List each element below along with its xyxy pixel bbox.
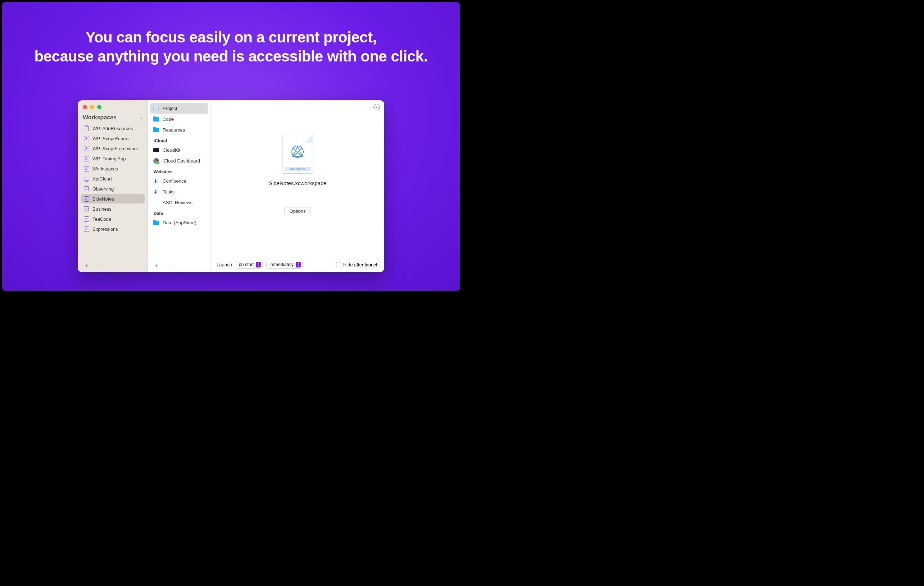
file-band-label: WORKSPACE [285, 167, 310, 171]
fullscreen-window-button[interactable] [97, 105, 101, 109]
chart-icon [84, 186, 89, 192]
sidebar-item[interactable]: ASideNotes [81, 194, 145, 204]
sidebar-item[interactable]: AWP: ScriptRunner [81, 134, 145, 143]
middle-item[interactable]: Confluence [150, 176, 208, 186]
apple-icon [153, 199, 159, 206]
launch-delay-value: immediately [269, 262, 294, 267]
middle-item[interactable]: ASC: Reviews [150, 198, 208, 208]
middle-item[interactable]: Code [150, 114, 208, 124]
sidebar-item[interactable]: AExpressions [81, 224, 145, 234]
middle-item-label: iCloud Dashboard [163, 158, 200, 164]
more-menu-button[interactable]: ••• [373, 104, 380, 110]
a-box-icon: A [84, 166, 89, 171]
middle-item-label: Resources [163, 127, 185, 133]
middle-item[interactable]: CloudKit [150, 145, 208, 155]
remove-item-button[interactable]: － [166, 263, 172, 268]
sidebar-item-label: TeaCode [92, 216, 111, 222]
sidebar-item-label: WP: AddResources [92, 126, 133, 131]
sidebar-item[interactable]: AWP: ScriptFramework [81, 144, 145, 153]
sidebar-item[interactable]: AptCloud [81, 174, 145, 183]
sidebar-item[interactable]: ATeaCode [81, 214, 145, 224]
window-controls [78, 100, 147, 109]
middle-item-label: CloudKit [163, 147, 180, 153]
page-fold-icon [305, 135, 313, 143]
middle-item[interactable]: iCloud Dashboard [150, 156, 208, 166]
sidebar-item-label: Observing [92, 186, 114, 192]
sidebar-item-label: SideNotes [92, 196, 114, 202]
app-window: Workspaces ⌄ WP: AddResourcesAWP: Script… [78, 100, 384, 272]
sidebar-item-label: AptCloud [92, 176, 112, 181]
middle-section-header: iCloud [150, 135, 208, 145]
sidebar-item-label: Expressions [92, 227, 118, 232]
launch-delay-select[interactable]: immediately ▴▾ [266, 261, 303, 268]
minimize-window-button[interactable] [90, 105, 94, 109]
remove-workspace-button[interactable]: － [96, 263, 101, 268]
middle-list: ProjectCodeResourcesiCloudCloudKitiCloud… [148, 100, 211, 259]
black-rect-icon [153, 147, 159, 153]
sidebar-item-label: WP: Timing App [92, 156, 125, 161]
gear-badge-icon [153, 158, 159, 164]
middle-item[interactable]: Data (AppStore) [150, 217, 208, 228]
middle-item[interactable]: Resources [150, 125, 208, 135]
middle-footer: ＋ － [148, 259, 211, 272]
folder-icon [153, 127, 159, 133]
middle-item[interactable]: Tasks [150, 187, 208, 197]
detail-panel: ••• WORKSPACE SideNotes.xcworks [211, 100, 384, 272]
a-box-icon: A [84, 226, 89, 232]
workspace-file-icon: WORKSPACE [282, 135, 313, 174]
a-box-icon: A [84, 216, 89, 222]
middle-item-label: Project [163, 106, 177, 111]
a-box-icon: A [84, 196, 89, 202]
sidebar-item[interactable]: Observing [81, 184, 145, 193]
sidebar: Workspaces ⌄ WP: AddResourcesAWP: Script… [78, 100, 148, 272]
sidebar-item[interactable]: AWorkspaces [81, 164, 145, 173]
selected-filename: SideNotes.xcworkspace [269, 180, 326, 186]
hide-after-launch-label: Hide after launch [343, 262, 378, 267]
checkbox-icon [336, 262, 341, 267]
select-arrows-icon: ▴▾ [256, 262, 261, 267]
sidebar-header: Workspaces ⌄ [78, 109, 147, 123]
launch-label: Launch [216, 262, 232, 267]
select-arrows-icon: ▴▾ [296, 262, 301, 267]
middle-section-header: Websites [150, 166, 208, 176]
sidebar-item-label: Workspaces [92, 166, 118, 171]
middle-item[interactable]: Project [150, 103, 208, 114]
detail-body: WORKSPACE SideNotes.xcworkspace Options [211, 100, 384, 257]
middle-section-header: Data [150, 208, 208, 217]
detail-footer: Launch on start ▴▾ immediately ▴▾ Hide a… [211, 257, 384, 272]
options-button[interactable]: Options [284, 207, 311, 216]
middle-panel: ProjectCodeResourcesiCloudCloudKitiCloud… [148, 100, 211, 272]
middle-item-label: ASC: Reviews [163, 200, 193, 205]
sidebar-item[interactable]: Business [81, 204, 145, 214]
chart-icon [84, 206, 89, 212]
a-box-icon: A [84, 156, 89, 161]
launch-when-select[interactable]: on start ▴▾ [236, 261, 263, 268]
jira-icon [153, 178, 159, 184]
sidebar-footer: ＋ － [78, 259, 147, 272]
sidebar-list: WP: AddResourcesAWP: ScriptRunnerAWP: Sc… [78, 123, 147, 259]
middle-item-label: Code [163, 117, 174, 122]
add-item-button[interactable]: ＋ [153, 263, 159, 268]
hide-after-launch-checkbox[interactable]: Hide after launch [336, 262, 378, 267]
svg-point-0 [292, 146, 303, 158]
chevron-down-icon[interactable]: ⌄ [140, 115, 143, 120]
folder-icon [153, 116, 159, 122]
middle-item-label: Confluence [163, 178, 186, 184]
a-box-icon: A [84, 146, 89, 151]
monitor-icon [84, 176, 89, 181]
a-box-icon: A [84, 135, 89, 141]
sidebar-title: Workspaces [83, 114, 117, 121]
jira-icon [153, 189, 159, 195]
sidebar-item[interactable]: AWP: Timing App [81, 154, 145, 163]
add-workspace-button[interactable]: ＋ [84, 263, 89, 268]
folder-icon [153, 220, 159, 226]
clipboard-icon [84, 125, 89, 131]
middle-item-label: Data (AppStore) [163, 220, 196, 226]
launch-when-value: on start [239, 262, 254, 267]
page-headline: You can focus easily on a current projec… [2, 28, 460, 66]
sidebar-item-label: WP: ScriptFramework [92, 146, 138, 151]
sidebar-item[interactable]: WP: AddResources [81, 123, 145, 133]
middle-item-label: Tasks [163, 189, 175, 194]
close-window-button[interactable] [83, 105, 87, 109]
xcode-icon [153, 105, 159, 112]
